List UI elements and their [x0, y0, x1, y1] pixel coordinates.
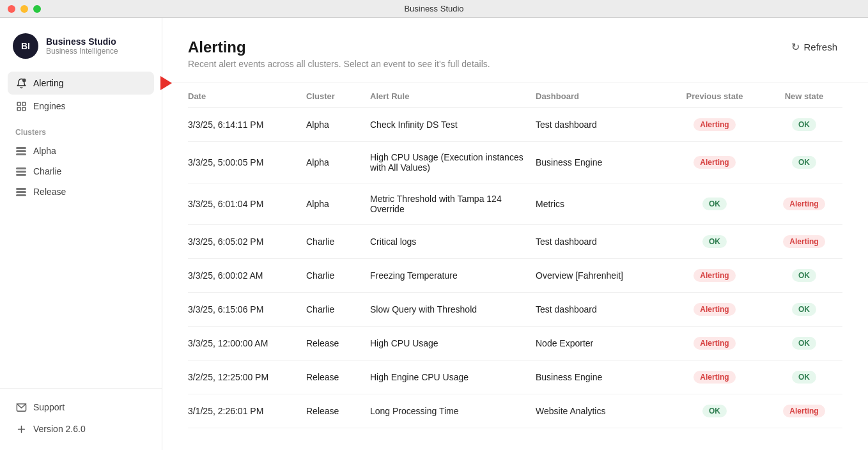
- database-icon-release: [15, 188, 27, 196]
- sidebar: BI Business Studio Business Intelligence…: [0, 18, 162, 450]
- new-state-badge: OK: [792, 371, 816, 384]
- sidebar-item-alpha[interactable]: Alpha: [8, 141, 154, 161]
- app-container: BI Business Studio Business Intelligence…: [0, 18, 868, 450]
- cell-alert-rule: High CPU Usage (Execution instances with…: [370, 142, 536, 183]
- main-header: Alerting Recent alert events across all …: [162, 18, 868, 82]
- new-state-badge: OK: [792, 118, 816, 131]
- cell-dashboard: Metrics: [536, 183, 663, 225]
- table-row[interactable]: 3/3/25, 6:05:02 PM Charlie Critical logs…: [188, 225, 842, 259]
- version-label: Version 2.6.0: [33, 424, 86, 434]
- grid-icon: [15, 100, 27, 112]
- new-state-badge: OK: [792, 269, 816, 282]
- table-row[interactable]: 3/3/25, 6:00:02 AM Charlie Freezing Temp…: [188, 259, 842, 293]
- cluster-charlie-label: Charlie: [33, 166, 61, 176]
- sidebar-nav: Alerting Engines Clusters: [0, 72, 162, 388]
- cell-prev-state: Alerting: [663, 259, 766, 293]
- cell-dashboard: Business Engine: [536, 142, 663, 183]
- titlebar: Business Studio: [0, 0, 868, 18]
- cell-alert-rule: Check Infinity DS Test: [370, 108, 536, 142]
- svg-point-0: [22, 78, 26, 82]
- cell-new-state: Alerting: [766, 225, 842, 259]
- prev-state-badge: OK: [702, 235, 727, 248]
- col-header-date: Date: [188, 82, 306, 108]
- cell-prev-state: OK: [663, 394, 766, 428]
- new-state-badge: Alerting: [783, 235, 825, 248]
- cell-date: 3/3/25, 6:14:11 PM: [188, 108, 306, 142]
- cell-new-state: OK: [766, 293, 842, 327]
- cell-dashboard: Overview [Fahrenheit]: [536, 259, 663, 293]
- cell-dashboard: Website Analytics: [536, 394, 663, 428]
- col-header-cluster: Cluster: [306, 82, 370, 108]
- cell-alert-rule: Slow Query with Threshold: [370, 293, 536, 327]
- table-row[interactable]: 3/3/25, 6:01:04 PM Alpha Metric Threshol…: [188, 183, 842, 225]
- cell-alert-rule: Metric Threshold with Tampa 124 Override: [370, 183, 536, 225]
- version-item: Version 2.6.0: [8, 418, 154, 440]
- sidebar-item-engines[interactable]: Engines: [8, 95, 154, 118]
- maximize-button[interactable]: [33, 5, 41, 13]
- table-row[interactable]: 3/3/25, 6:14:11 PM Alpha Check Infinity …: [188, 108, 842, 142]
- window-controls: [8, 5, 41, 13]
- page-subtitle: Recent alert events across all clusters.…: [188, 59, 490, 69]
- table-row[interactable]: 3/2/25, 12:25:00 PM Release High Engine …: [188, 361, 842, 394]
- new-state-badge: Alerting: [783, 405, 825, 417]
- cell-date: 3/3/25, 6:15:06 PM: [188, 293, 306, 327]
- table-header-row: Date Cluster Alert Rule Dashboard Previo…: [188, 82, 842, 108]
- window-title: Business Studio: [404, 4, 463, 13]
- prev-state-badge: Alerting: [694, 337, 735, 350]
- version-icon: [15, 423, 27, 435]
- cell-prev-state: Alerting: [663, 293, 766, 327]
- close-button[interactable]: [8, 5, 15, 13]
- app-info: Business Studio Business Intelligence: [46, 36, 118, 56]
- app-name: Business Studio: [46, 36, 118, 47]
- cell-alert-rule: Long Processing Time: [370, 394, 536, 428]
- new-state-badge: OK: [792, 303, 816, 316]
- prev-state-badge: Alerting: [694, 303, 735, 316]
- cell-new-state: OK: [766, 259, 842, 293]
- cell-alert-rule: Freezing Temperature: [370, 259, 536, 293]
- sidebar-item-engines-label: Engines: [33, 101, 66, 111]
- support-label: Support: [33, 402, 65, 412]
- database-icon-charlie: [15, 167, 27, 176]
- sidebar-item-alerting[interactable]: Alerting: [8, 72, 154, 95]
- cell-new-state: Alerting: [766, 183, 842, 225]
- svg-rect-3: [17, 107, 20, 110]
- cell-date: 3/3/25, 6:00:02 AM: [188, 259, 306, 293]
- col-header-alert: Alert Rule: [370, 82, 536, 108]
- table-row[interactable]: 3/3/25, 12:00:00 AM Release High CPU Usa…: [188, 327, 842, 361]
- cell-cluster: Alpha: [306, 108, 370, 142]
- app-logo: BI: [13, 33, 38, 59]
- prev-state-badge: Alerting: [694, 269, 735, 282]
- table-row[interactable]: 3/1/25, 2:26:01 PM Release Long Processi…: [188, 394, 842, 428]
- minimize-button[interactable]: [20, 5, 28, 13]
- sidebar-item-release[interactable]: Release: [8, 182, 154, 202]
- cell-date: 3/2/25, 12:25:00 PM: [188, 361, 306, 394]
- main-content: Alerting Recent alert events across all …: [162, 18, 868, 450]
- cell-prev-state: Alerting: [663, 327, 766, 361]
- header-text: Alerting Recent alert events across all …: [188, 38, 490, 69]
- svg-rect-4: [22, 107, 25, 110]
- cell-alert-rule: Critical logs: [370, 225, 536, 259]
- page-title: Alerting: [188, 38, 490, 56]
- support-item[interactable]: Support: [8, 396, 154, 418]
- cell-new-state: OK: [766, 142, 842, 183]
- cell-cluster: Release: [306, 361, 370, 394]
- refresh-icon: ↻: [791, 41, 800, 53]
- cell-cluster: Charlie: [306, 225, 370, 259]
- cell-cluster: Charlie: [306, 293, 370, 327]
- cell-dashboard: Test dashboard: [536, 293, 663, 327]
- cell-dashboard: Node Exporter: [536, 327, 663, 361]
- refresh-button[interactable]: ↻ Refresh: [786, 38, 842, 56]
- cell-prev-state: Alerting: [663, 142, 766, 183]
- sidebar-header: BI Business Studio Business Intelligence: [0, 28, 162, 72]
- cell-date: 3/3/25, 12:00:00 AM: [188, 327, 306, 361]
- cell-new-state: OK: [766, 108, 842, 142]
- cell-date: 3/3/25, 6:05:02 PM: [188, 225, 306, 259]
- sidebar-item-charlie[interactable]: Charlie: [8, 161, 154, 182]
- table-row[interactable]: 3/3/25, 5:00:05 PM Alpha High CPU Usage …: [188, 142, 842, 183]
- prev-state-badge: OK: [702, 405, 727, 417]
- prev-state-badge: Alerting: [694, 118, 735, 131]
- new-state-badge: OK: [792, 156, 816, 169]
- cell-new-state: OK: [766, 361, 842, 394]
- app-subtitle: Business Intelligence: [46, 47, 118, 56]
- table-row[interactable]: 3/3/25, 6:15:06 PM Charlie Slow Query wi…: [188, 293, 842, 327]
